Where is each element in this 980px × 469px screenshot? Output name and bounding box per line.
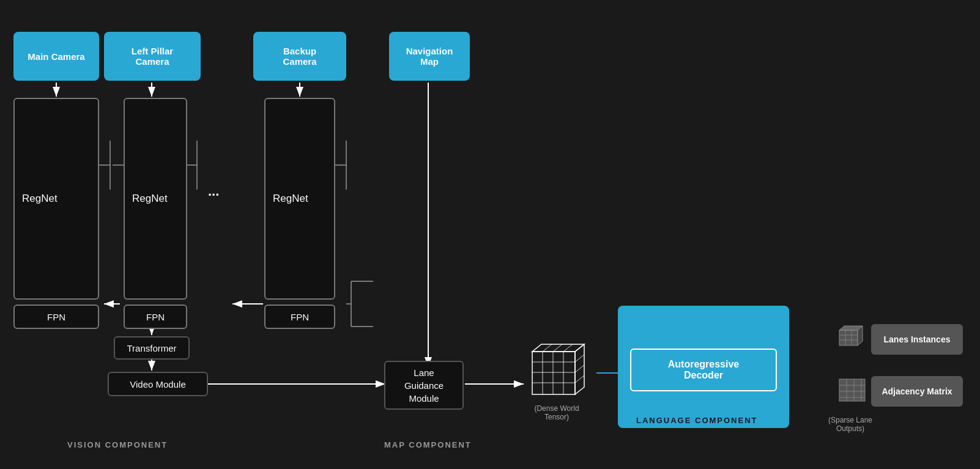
left-pillar-camera-box: Left PillarCamera	[104, 32, 201, 81]
lane-guidance-box: LaneGuidanceModule	[384, 361, 464, 410]
fpn1-box: FPN	[13, 305, 99, 329]
svg-line-42	[575, 355, 584, 362]
main-camera-box: Main Camera	[13, 32, 99, 81]
cube-svg	[520, 339, 593, 401]
diagram-container: Main Camera Left PillarCamera BackupCame…	[0, 0, 980, 469]
backup-camera-box: BackupCamera	[253, 32, 346, 81]
video-module-box: Video Module	[108, 372, 208, 396]
autoregressive-decoder-box: AutoregressiveDecoder	[630, 349, 777, 391]
svg-line-40	[532, 344, 541, 352]
svg-marker-41	[575, 344, 584, 394]
svg-rect-45	[839, 330, 858, 345]
svg-line-37	[543, 344, 552, 352]
dense-world-label: (Dense WorldTensor)	[520, 404, 593, 421]
adjacency-matrix-icon	[838, 378, 866, 405]
svg-line-39	[563, 344, 573, 352]
svg-line-43	[575, 365, 584, 372]
svg-line-44	[575, 375, 584, 383]
navigation-map-box: NavigationMap	[389, 32, 470, 81]
dense-world-tensor: (Dense WorldTensor)	[520, 339, 593, 419]
language-component-label: LANGUAGE COMPONENT	[636, 416, 758, 425]
lanes-instances-box: Lanes Instances	[871, 324, 963, 355]
map-component-label: MAP COMPONENT	[384, 440, 472, 449]
regnet3-box: RegNet	[264, 98, 335, 300]
vision-component-label: VISION COMPONENT	[67, 440, 168, 449]
svg-line-38	[553, 344, 562, 352]
lanes-instances-icon	[838, 324, 869, 351]
adjacency-matrix-box: Adjacency Matrix	[871, 376, 963, 407]
sparse-lane-outputs-label: (Sparse LaneOutputs)	[820, 416, 881, 433]
regnet1-box: RegNet	[13, 98, 99, 300]
fpn3-box: FPN	[264, 305, 335, 329]
ellipsis: ...	[208, 183, 219, 199]
svg-rect-29	[532, 352, 575, 394]
transformer-box: Transformer	[114, 336, 190, 360]
fpn2-box: FPN	[124, 305, 187, 329]
regnet2-box: RegNet	[124, 98, 187, 300]
